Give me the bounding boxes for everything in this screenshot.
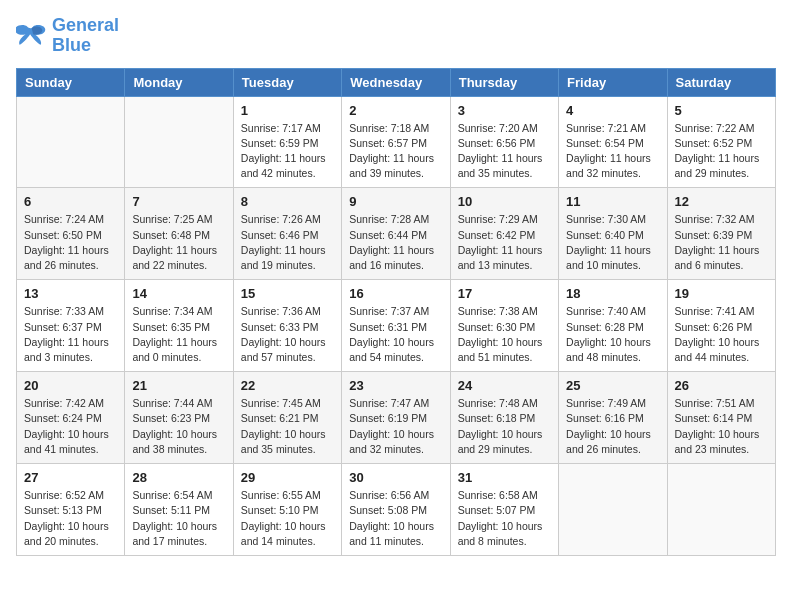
calendar-cell: 12Sunrise: 7:32 AMSunset: 6:39 PMDayligh… xyxy=(667,188,775,280)
day-info: Sunrise: 6:56 AMSunset: 5:08 PMDaylight:… xyxy=(349,488,442,549)
day-number: 25 xyxy=(566,378,659,393)
day-info: Sunrise: 7:33 AMSunset: 6:37 PMDaylight:… xyxy=(24,304,117,365)
calendar-week-row: 1Sunrise: 7:17 AMSunset: 6:59 PMDaylight… xyxy=(17,96,776,188)
day-info: Sunrise: 6:52 AMSunset: 5:13 PMDaylight:… xyxy=(24,488,117,549)
calendar-cell: 9Sunrise: 7:28 AMSunset: 6:44 PMDaylight… xyxy=(342,188,450,280)
logo: General Blue xyxy=(16,16,119,56)
calendar-cell: 15Sunrise: 7:36 AMSunset: 6:33 PMDayligh… xyxy=(233,280,341,372)
day-info: Sunrise: 6:58 AMSunset: 5:07 PMDaylight:… xyxy=(458,488,551,549)
calendar-cell: 30Sunrise: 6:56 AMSunset: 5:08 PMDayligh… xyxy=(342,464,450,556)
day-number: 1 xyxy=(241,103,334,118)
calendar-cell: 27Sunrise: 6:52 AMSunset: 5:13 PMDayligh… xyxy=(17,464,125,556)
day-number: 22 xyxy=(241,378,334,393)
weekday-header: Monday xyxy=(125,68,233,96)
calendar-cell: 10Sunrise: 7:29 AMSunset: 6:42 PMDayligh… xyxy=(450,188,558,280)
day-info: Sunrise: 7:25 AMSunset: 6:48 PMDaylight:… xyxy=(132,212,225,273)
day-info: Sunrise: 7:30 AMSunset: 6:40 PMDaylight:… xyxy=(566,212,659,273)
day-number: 3 xyxy=(458,103,551,118)
day-number: 7 xyxy=(132,194,225,209)
day-number: 29 xyxy=(241,470,334,485)
day-info: Sunrise: 7:38 AMSunset: 6:30 PMDaylight:… xyxy=(458,304,551,365)
day-info: Sunrise: 7:45 AMSunset: 6:21 PMDaylight:… xyxy=(241,396,334,457)
day-number: 11 xyxy=(566,194,659,209)
calendar-cell: 18Sunrise: 7:40 AMSunset: 6:28 PMDayligh… xyxy=(559,280,667,372)
day-info: Sunrise: 7:17 AMSunset: 6:59 PMDaylight:… xyxy=(241,121,334,182)
calendar-cell xyxy=(559,464,667,556)
calendar-cell: 8Sunrise: 7:26 AMSunset: 6:46 PMDaylight… xyxy=(233,188,341,280)
day-number: 18 xyxy=(566,286,659,301)
day-info: Sunrise: 7:44 AMSunset: 6:23 PMDaylight:… xyxy=(132,396,225,457)
weekday-header: Tuesday xyxy=(233,68,341,96)
calendar-header-row: SundayMondayTuesdayWednesdayThursdayFrid… xyxy=(17,68,776,96)
logo-line1: General xyxy=(52,16,119,36)
day-number: 27 xyxy=(24,470,117,485)
calendar-cell: 20Sunrise: 7:42 AMSunset: 6:24 PMDayligh… xyxy=(17,372,125,464)
calendar-cell: 28Sunrise: 6:54 AMSunset: 5:11 PMDayligh… xyxy=(125,464,233,556)
calendar-cell: 29Sunrise: 6:55 AMSunset: 5:10 PMDayligh… xyxy=(233,464,341,556)
weekday-header: Friday xyxy=(559,68,667,96)
day-info: Sunrise: 7:42 AMSunset: 6:24 PMDaylight:… xyxy=(24,396,117,457)
calendar-cell: 23Sunrise: 7:47 AMSunset: 6:19 PMDayligh… xyxy=(342,372,450,464)
day-number: 13 xyxy=(24,286,117,301)
calendar-cell: 5Sunrise: 7:22 AMSunset: 6:52 PMDaylight… xyxy=(667,96,775,188)
calendar-cell: 11Sunrise: 7:30 AMSunset: 6:40 PMDayligh… xyxy=(559,188,667,280)
weekday-header: Wednesday xyxy=(342,68,450,96)
calendar-cell xyxy=(125,96,233,188)
logo-icon xyxy=(16,22,48,50)
calendar-week-row: 20Sunrise: 7:42 AMSunset: 6:24 PMDayligh… xyxy=(17,372,776,464)
day-info: Sunrise: 6:54 AMSunset: 5:11 PMDaylight:… xyxy=(132,488,225,549)
day-info: Sunrise: 7:37 AMSunset: 6:31 PMDaylight:… xyxy=(349,304,442,365)
calendar-cell: 21Sunrise: 7:44 AMSunset: 6:23 PMDayligh… xyxy=(125,372,233,464)
day-number: 28 xyxy=(132,470,225,485)
calendar-week-row: 13Sunrise: 7:33 AMSunset: 6:37 PMDayligh… xyxy=(17,280,776,372)
logo-text-block: General Blue xyxy=(52,16,119,56)
day-number: 6 xyxy=(24,194,117,209)
day-info: Sunrise: 7:22 AMSunset: 6:52 PMDaylight:… xyxy=(675,121,768,182)
day-number: 24 xyxy=(458,378,551,393)
day-number: 17 xyxy=(458,286,551,301)
day-number: 10 xyxy=(458,194,551,209)
calendar-cell: 22Sunrise: 7:45 AMSunset: 6:21 PMDayligh… xyxy=(233,372,341,464)
day-info: Sunrise: 7:47 AMSunset: 6:19 PMDaylight:… xyxy=(349,396,442,457)
weekday-header: Sunday xyxy=(17,68,125,96)
day-info: Sunrise: 7:26 AMSunset: 6:46 PMDaylight:… xyxy=(241,212,334,273)
calendar-cell: 2Sunrise: 7:18 AMSunset: 6:57 PMDaylight… xyxy=(342,96,450,188)
day-info: Sunrise: 7:18 AMSunset: 6:57 PMDaylight:… xyxy=(349,121,442,182)
calendar-week-row: 6Sunrise: 7:24 AMSunset: 6:50 PMDaylight… xyxy=(17,188,776,280)
calendar-cell: 4Sunrise: 7:21 AMSunset: 6:54 PMDaylight… xyxy=(559,96,667,188)
day-number: 4 xyxy=(566,103,659,118)
day-number: 5 xyxy=(675,103,768,118)
day-number: 9 xyxy=(349,194,442,209)
calendar-table: SundayMondayTuesdayWednesdayThursdayFrid… xyxy=(16,68,776,556)
day-number: 16 xyxy=(349,286,442,301)
calendar-cell: 6Sunrise: 7:24 AMSunset: 6:50 PMDaylight… xyxy=(17,188,125,280)
page-header: General Blue xyxy=(16,16,776,56)
calendar-cell: 26Sunrise: 7:51 AMSunset: 6:14 PMDayligh… xyxy=(667,372,775,464)
calendar-cell: 24Sunrise: 7:48 AMSunset: 6:18 PMDayligh… xyxy=(450,372,558,464)
day-number: 30 xyxy=(349,470,442,485)
calendar-cell: 19Sunrise: 7:41 AMSunset: 6:26 PMDayligh… xyxy=(667,280,775,372)
day-info: Sunrise: 7:49 AMSunset: 6:16 PMDaylight:… xyxy=(566,396,659,457)
day-number: 15 xyxy=(241,286,334,301)
day-number: 31 xyxy=(458,470,551,485)
day-info: Sunrise: 7:48 AMSunset: 6:18 PMDaylight:… xyxy=(458,396,551,457)
calendar-cell: 13Sunrise: 7:33 AMSunset: 6:37 PMDayligh… xyxy=(17,280,125,372)
day-number: 14 xyxy=(132,286,225,301)
calendar-cell: 14Sunrise: 7:34 AMSunset: 6:35 PMDayligh… xyxy=(125,280,233,372)
day-info: Sunrise: 7:24 AMSunset: 6:50 PMDaylight:… xyxy=(24,212,117,273)
calendar-cell: 3Sunrise: 7:20 AMSunset: 6:56 PMDaylight… xyxy=(450,96,558,188)
calendar-cell: 17Sunrise: 7:38 AMSunset: 6:30 PMDayligh… xyxy=(450,280,558,372)
day-info: Sunrise: 7:41 AMSunset: 6:26 PMDaylight:… xyxy=(675,304,768,365)
calendar-cell xyxy=(17,96,125,188)
day-info: Sunrise: 7:29 AMSunset: 6:42 PMDaylight:… xyxy=(458,212,551,273)
day-info: Sunrise: 7:32 AMSunset: 6:39 PMDaylight:… xyxy=(675,212,768,273)
day-number: 23 xyxy=(349,378,442,393)
day-info: Sunrise: 7:28 AMSunset: 6:44 PMDaylight:… xyxy=(349,212,442,273)
day-info: Sunrise: 7:34 AMSunset: 6:35 PMDaylight:… xyxy=(132,304,225,365)
day-info: Sunrise: 7:21 AMSunset: 6:54 PMDaylight:… xyxy=(566,121,659,182)
day-number: 26 xyxy=(675,378,768,393)
day-number: 20 xyxy=(24,378,117,393)
calendar-cell xyxy=(667,464,775,556)
day-number: 2 xyxy=(349,103,442,118)
day-number: 21 xyxy=(132,378,225,393)
